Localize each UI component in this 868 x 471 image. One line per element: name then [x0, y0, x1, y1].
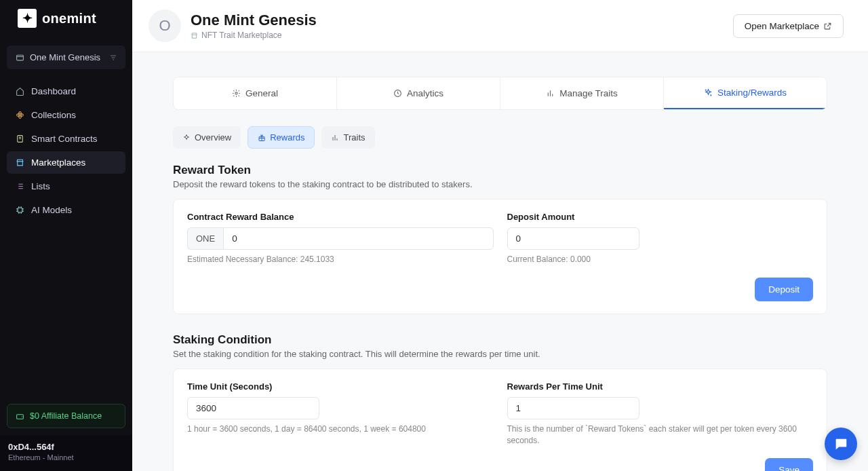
section-title: Reward Token — [173, 164, 827, 177]
document-icon — [15, 134, 24, 144]
chat-widget[interactable] — [825, 428, 857, 460]
estimated-balance-text: Estimated Necessary Balance: 245.1033 — [187, 254, 494, 265]
box-icon — [15, 53, 24, 62]
deposit-amount-input[interactable] — [507, 227, 639, 250]
subtab-rewards[interactable]: Rewards — [248, 126, 315, 149]
sparkle-icon — [182, 134, 191, 142]
project-avatar: O — [149, 10, 181, 42]
chip-icon — [15, 206, 24, 215]
logo-mark-icon: ✦ — [18, 9, 37, 28]
page-subtitle: NFT Trait Marketplace — [191, 31, 317, 40]
affiliate-balance[interactable]: $0 Affiliate Balance — [7, 404, 125, 428]
tab-general[interactable]: General — [174, 77, 337, 109]
deposit-button[interactable]: Deposit — [755, 278, 813, 301]
nav-dashboard[interactable]: Dashboard — [7, 80, 125, 102]
workspace-selector[interactable]: One Mint Genesis — [7, 45, 125, 69]
primary-nav: Dashboard Collections Smart Contracts Ma… — [0, 76, 132, 227]
field-deposit-amount: Deposit Amount Current Balance: 0.000 — [507, 212, 814, 265]
sidebar: ✦ onemint One Mint Genesis Dashboard Col… — [0, 0, 132, 471]
bars-icon — [546, 89, 555, 98]
rewards-help: This is the number of `Reward Tokens` ea… — [507, 423, 814, 447]
wallet-network: Ethereum - Mainnet — [8, 453, 124, 461]
wallet-address: 0xD4...564f — [8, 442, 124, 452]
atom-icon — [15, 111, 24, 120]
gear-icon — [232, 89, 241, 98]
subtab-overview[interactable]: Overview — [173, 126, 241, 149]
store-icon — [191, 32, 198, 39]
field-time-unit: Time Unit (Seconds) 1 hour = 3600 second… — [187, 381, 494, 447]
svg-rect-0 — [16, 55, 23, 60]
wallet-info[interactable]: 0xD4...564f Ethereum - Mainnet — [0, 435, 132, 471]
external-link-icon — [823, 22, 832, 31]
workspace-name: One Mint Genesis — [30, 52, 100, 62]
section-reward-token: Reward Token Deposit the reward tokens t… — [173, 164, 827, 314]
section-desc: Set the staking condition for the stakin… — [173, 349, 827, 359]
tab-analytics[interactable]: Analytics — [337, 77, 500, 109]
chat-icon — [833, 436, 848, 451]
field-rewards-per-unit: Rewards Per Time Unit This is the number… — [507, 381, 814, 447]
reward-token-panel: Contract Reward Balance ONE Estimated Ne… — [173, 199, 827, 314]
nav-ai-models[interactable]: AI Models — [7, 199, 125, 221]
section-staking-condition: Staking Condition Set the staking condit… — [173, 333, 827, 471]
field-contract-balance: Contract Reward Balance ONE Estimated Ne… — [187, 212, 494, 265]
wallet-icon — [16, 412, 24, 421]
section-desc: Deposit the reward tokens to the staking… — [173, 179, 827, 189]
gift-icon — [258, 134, 266, 142]
rewards-per-unit-input[interactable] — [507, 397, 639, 419]
subtabs: Overview Rewards Traits — [173, 126, 827, 149]
main-content: O One Mint Genesis NFT Trait Marketplace… — [132, 0, 868, 471]
svg-point-7 — [235, 92, 237, 94]
nav-lists[interactable]: Lists — [7, 175, 125, 197]
list-icon — [15, 182, 24, 191]
clock-icon — [393, 89, 402, 98]
tab-staking-rewards[interactable]: Staking/Rewards — [664, 77, 827, 109]
staking-panel: Time Unit (Seconds) 1 hour = 3600 second… — [173, 369, 827, 471]
main-tabs: General Analytics Manage Traits Staking/… — [173, 77, 827, 110]
sparkle-icon — [704, 88, 713, 97]
brand-logo[interactable]: ✦ onemint — [0, 0, 132, 37]
contract-balance-input[interactable] — [223, 227, 493, 250]
nav-marketplaces[interactable]: Marketplaces — [7, 151, 125, 174]
current-balance-text: Current Balance: 0.000 — [507, 254, 814, 265]
brand-name: onemint — [42, 11, 96, 26]
home-icon — [15, 87, 24, 96]
filter-icon — [109, 54, 117, 62]
time-unit-help: 1 hour = 3600 seconds, 1 day = 86400 sec… — [187, 423, 494, 435]
store-icon — [15, 158, 24, 168]
svg-rect-6 — [17, 414, 24, 419]
nav-smart-contracts[interactable]: Smart Contracts — [7, 128, 125, 150]
save-button[interactable]: Save — [765, 458, 813, 471]
svg-point-1 — [19, 114, 20, 115]
currency-prefix: ONE — [187, 227, 223, 250]
open-marketplace-button[interactable]: Open Marketplace — [733, 14, 844, 38]
subtab-traits[interactable]: Traits — [321, 126, 374, 149]
tab-manage-traits[interactable]: Manage Traits — [500, 77, 664, 109]
nav-collections[interactable]: Collections — [7, 104, 125, 126]
time-unit-input[interactable] — [187, 397, 319, 419]
page-title: One Mint Genesis — [191, 12, 317, 29]
svg-rect-5 — [18, 208, 22, 212]
section-title: Staking Condition — [173, 333, 827, 347]
chart-icon — [331, 134, 339, 142]
page-header: O One Mint Genesis NFT Trait Marketplace… — [132, 0, 868, 52]
